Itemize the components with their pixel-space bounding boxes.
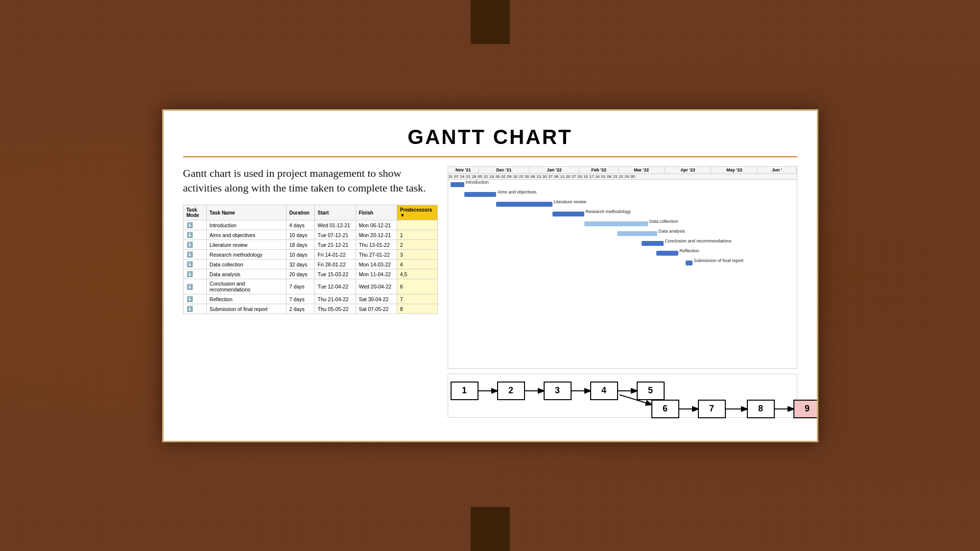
- gantt-month-label: Apr '22: [665, 167, 712, 173]
- table-row: ⬇️ Submission of final report 2 days Thu…: [183, 304, 437, 314]
- finish-cell: Mon 06-12-21: [356, 220, 397, 230]
- table-row: ⬇️ Aims and objectives 10 days Tue 07-12…: [183, 230, 437, 240]
- gantt-date-cell: 09: [507, 174, 513, 179]
- network-node-6: 6: [651, 400, 679, 418]
- gantt-bar-container: Reflection: [451, 248, 797, 258]
- pred-cell: 4: [397, 260, 437, 269]
- table-row: ⬇️ Conclusion and recommendations 7 days…: [183, 279, 437, 294]
- table-row: ⬇️ Reflection 7 days Thu 21-04-22 Sat 30…: [183, 294, 437, 304]
- gantt-dates-row: 3107142128051219260209162330061320270613…: [448, 174, 797, 180]
- description-text: Gantt chart is used in project managemen…: [183, 166, 438, 196]
- start-cell: Tue 21-12-21: [314, 240, 356, 250]
- gantt-date-cell: 05: [478, 174, 483, 179]
- task-name-cell: Submission of final report: [206, 304, 286, 314]
- content-area: Gantt chart is used in project managemen…: [183, 166, 797, 418]
- task-name-cell: Aims and objectives: [206, 230, 286, 240]
- gantt-month-label: Mar '22: [619, 167, 665, 173]
- gantt-month-label: Feb '22: [579, 167, 618, 173]
- th-finish: Finish: [356, 205, 397, 220]
- task-icon: ⬇️: [183, 304, 206, 314]
- network-node-2: 2: [497, 382, 525, 400]
- pred-cell: 4,5: [397, 269, 437, 279]
- table-row: ⬇️ Data collection 32 days Fri 28-01-22 …: [183, 260, 437, 269]
- gantt-visual-bars: IntroductionAims and objectivesLiteratur…: [448, 180, 797, 268]
- gantt-date-cell: 30: [525, 174, 530, 179]
- start-cell: Tue 07-12-21: [314, 230, 356, 240]
- finish-cell: Mon 14-03-22: [356, 260, 397, 269]
- task-name-cell: Research methodology: [206, 250, 286, 260]
- gantt-date-cell: 10: [583, 174, 589, 179]
- duration-cell: 32 days: [286, 260, 314, 269]
- gantt-date-cell: 01: [601, 174, 607, 179]
- start-cell: Fri 14-01-22: [314, 250, 356, 260]
- pred-cell: 6: [397, 279, 437, 294]
- start-cell: Tue 15-03-22: [314, 269, 356, 279]
- gantt-bar-container: Data analysis: [451, 229, 797, 239]
- gantt-month-label: Jun ': [758, 167, 796, 173]
- duration-cell: 10 days: [286, 230, 314, 240]
- gantt-date-cell: 23: [519, 174, 525, 179]
- podium-bottom: [471, 507, 510, 551]
- gantt-bar-container: Data collection: [451, 219, 797, 229]
- task-name-cell: Data collection: [206, 260, 286, 269]
- gantt-bar-container: Research methodology: [451, 209, 797, 219]
- start-cell: Wed 01-12-21: [314, 220, 356, 230]
- start-cell: Fri 28-01-22: [314, 260, 356, 269]
- table-row: ⬇️ Introduction 4 days Wed 01-12-21 Mon …: [183, 220, 437, 230]
- gantt-month-label: Dec '21: [479, 167, 529, 173]
- gantt-date-cell: 20: [566, 174, 572, 179]
- pred-cell: 1: [397, 230, 437, 240]
- gantt-date-cell: 20: [542, 174, 548, 179]
- gantt-table: TaskMode Task Name Duration Start Finish…: [183, 205, 438, 314]
- start-cell: Thu 21-04-22: [314, 294, 356, 304]
- task-icon: ⬇️: [183, 269, 206, 279]
- task-name-cell: Introduction: [206, 220, 286, 230]
- gantt-date-cell: 12: [483, 174, 489, 179]
- th-predecessors: Predecessors ▼: [397, 205, 437, 220]
- duration-cell: 20 days: [286, 269, 314, 279]
- gantt-bar-label: Conclusion and recommendations: [665, 239, 732, 243]
- gantt-bar-container: Aims and objectives: [451, 190, 797, 199]
- task-icon: ⬇️: [183, 220, 206, 230]
- gantt-date-cell: 28: [472, 174, 478, 179]
- table-row: ⬇️ Literature review 18 days Tue 21-12-2…: [183, 240, 437, 250]
- gantt-bar-label: Literature review: [554, 199, 587, 204]
- network-node-3: 3: [544, 382, 572, 400]
- gantt-bar-label: Reflection: [680, 248, 699, 253]
- network-node-8: 8: [747, 400, 775, 418]
- gantt-date-cell: 26: [495, 174, 501, 179]
- task-icon: ⬇️: [183, 279, 206, 294]
- gantt-bar: [617, 231, 657, 236]
- gantt-bar: [552, 212, 584, 216]
- th-task-mode: TaskMode: [183, 205, 206, 220]
- gantt-date-cell: 05: [630, 174, 636, 179]
- task-icon: ⬇️: [183, 260, 206, 269]
- task-name-cell: Data analysis: [206, 269, 286, 279]
- gantt-bar: [686, 261, 693, 265]
- gantt-bar: [496, 202, 552, 207]
- duration-cell: 7 days: [286, 294, 314, 304]
- gantt-date-cell: 21: [466, 174, 472, 179]
- start-cell: Tue 12-04-22: [314, 279, 356, 294]
- start-cell: Thu 05-05-22: [314, 304, 356, 314]
- gantt-month-label: Nov '21: [448, 167, 479, 173]
- gantt-date-cell: 17: [589, 174, 595, 179]
- pred-cell: [397, 220, 437, 230]
- task-icon: ⬇️: [183, 294, 206, 304]
- network-node-4: 4: [590, 382, 618, 400]
- gantt-bar-label: Data analysis: [659, 229, 685, 234]
- finish-cell: Mon 20-12-21: [356, 230, 397, 240]
- slide-title: GANTT CHART: [183, 125, 797, 149]
- network-diagram: 123456789: [448, 374, 797, 418]
- gantt-date-cell: 06: [554, 174, 560, 179]
- gantt-date-cell: 02: [501, 174, 507, 179]
- duration-cell: 10 days: [286, 250, 314, 260]
- task-icon: ⬇️: [183, 230, 206, 240]
- th-duration: Duration: [286, 205, 314, 220]
- duration-cell: 18 days: [286, 240, 314, 250]
- gantt-date-cell: 22: [619, 174, 624, 179]
- gantt-date-cell: 06: [530, 174, 536, 179]
- gantt-bar-container: Introduction: [451, 180, 797, 190]
- finish-cell: Mon 11-04-22: [356, 269, 397, 279]
- pred-cell: 8: [397, 304, 437, 314]
